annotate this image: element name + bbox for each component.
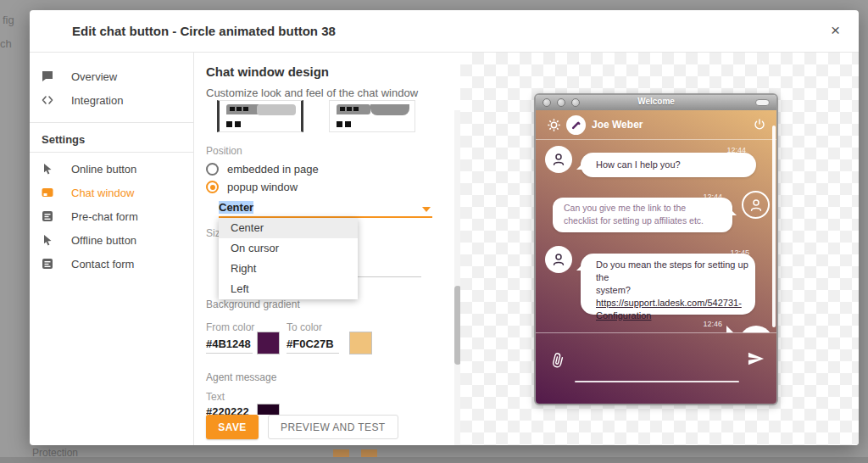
message-link[interactable]: https://support.ladesk.com/542731- <box>581 297 755 310</box>
chat-header: Joe Weber <box>536 110 776 140</box>
text-color-input[interactable]: #220222 <box>206 405 249 415</box>
radio-icon <box>206 163 219 176</box>
background-gradient-label: Background gradient <box>206 298 300 310</box>
sidebar-item-label: Chat window <box>71 187 134 199</box>
message-link[interactable]: Configuration <box>581 310 755 322</box>
sidebar-item-label: Integration <box>71 94 123 107</box>
sidebar-item-online-button[interactable]: Online button <box>30 158 193 180</box>
position-select-value: Center <box>219 201 253 214</box>
sidebar-item-label: Offline button <box>71 234 136 247</box>
cursor-pointer-icon <box>42 163 53 175</box>
visitor-avatar <box>742 191 770 219</box>
bubble-tail <box>729 208 737 215</box>
menu-item-right[interactable]: Right <box>219 259 358 279</box>
chat-window-preview: Welcome Joe Weber 12:44 <box>534 93 778 405</box>
design-thumbnail-2[interactable] <box>329 100 415 132</box>
sidebar-item-contact-form[interactable]: Contact form <box>30 253 193 275</box>
sidebar-item-chat-window[interactable]: Chat window <box>30 181 193 204</box>
design-thumbnail-1[interactable] <box>217 100 303 132</box>
radio-embedded-in-page[interactable]: embedded in page <box>206 163 319 176</box>
panel-divider <box>193 53 194 445</box>
menu-item-left[interactable]: Left <box>219 279 358 299</box>
message-input[interactable] <box>575 381 739 382</box>
sidebar-item-pre-chat-form[interactable]: Pre-chat form <box>30 205 193 227</box>
chat-window-icon <box>42 187 53 198</box>
text-color-swatch[interactable] <box>257 404 280 415</box>
background-page-text: fig <box>3 14 14 26</box>
to-color-swatch[interactable] <box>349 332 372 354</box>
thumb-toolbar <box>370 104 409 115</box>
preview-window-title: Welcome <box>536 97 776 106</box>
thumb-square <box>337 121 342 127</box>
thumb-agent-bubble <box>226 104 260 114</box>
agent-message-bubble: Do you mean the steps for setting up the… <box>581 254 755 315</box>
position-select-menu: Center On cursor Right Left <box>219 218 358 299</box>
attachment-paperclip-icon[interactable] <box>550 352 565 369</box>
chevron-down-icon[interactable] <box>422 207 431 212</box>
menu-item-on-cursor[interactable]: On cursor <box>219 238 358 259</box>
message-text: system? <box>581 284 755 297</box>
position-select[interactable]: Center <box>219 201 253 214</box>
message-text: Do you mean the steps for setting up the <box>581 254 755 284</box>
radio-icon-selected <box>206 181 219 193</box>
preview-titlebar: Welcome <box>536 95 776 110</box>
chat-bubble-icon <box>42 70 53 82</box>
thumb-square <box>226 121 232 127</box>
radio-popup-window[interactable]: popup window <box>206 181 298 193</box>
radio-label: embedded in page <box>227 163 319 176</box>
agent-message-bubble: How can I help you? <box>581 153 756 177</box>
text-color-label: Text <box>206 391 225 403</box>
thumb-toolbar <box>257 104 296 115</box>
preview-and-test-button[interactable]: PREVIEW AND TEST <box>268 415 398 439</box>
sidebar-item-offline-button[interactable]: Offline button <box>30 229 193 251</box>
bubble-tail <box>576 162 584 170</box>
sidebar-item-integration[interactable]: Integration <box>30 89 193 111</box>
chat-window-design-panel: Chat window design Customize look and fe… <box>206 53 433 445</box>
agent-avatar <box>545 246 572 273</box>
gear-icon[interactable] <box>547 118 561 132</box>
power-icon[interactable] <box>753 118 766 131</box>
panel-heading: Chat window design <box>206 64 329 79</box>
bubble-tail <box>576 263 584 271</box>
from-color-swatch[interactable] <box>257 332 280 354</box>
code-icon <box>42 94 53 106</box>
message-text: How can I help you? <box>581 153 756 171</box>
position-label: Position <box>206 145 242 157</box>
message-timestamp: 12:46 <box>703 320 722 328</box>
agent-avatar <box>545 146 572 173</box>
from-color-input[interactable]: #4B1248 <box>206 337 253 354</box>
sidebar-divider <box>30 152 193 153</box>
chat-input-area <box>536 332 776 404</box>
edit-chat-button-dialog: Edit chat button - Circle animated butto… <box>30 10 859 445</box>
sidebar-section-settings: Settings <box>42 133 85 146</box>
background-page-text: ch <box>0 37 12 50</box>
panel-subheading: Customize look and feel of the chat wind… <box>206 86 418 99</box>
sidebar-item-overview[interactable]: Overview <box>30 65 193 87</box>
agent-avatar <box>566 115 586 135</box>
to-color-input[interactable]: #F0C27B <box>287 337 339 354</box>
send-icon[interactable] <box>747 350 765 367</box>
dialog-title: Edit chat button - Circle animated butto… <box>72 24 336 38</box>
agent-avatar-partial <box>739 326 773 332</box>
form-icon <box>42 258 53 270</box>
sidebar-item-label: Overview <box>71 70 117 83</box>
background-bottom-bar <box>0 457 868 463</box>
settings-sidebar: Overview Integration Settings Online but… <box>30 53 193 445</box>
agent-name: Joe Weber <box>592 119 643 131</box>
thumb-agent-bubble <box>337 104 370 114</box>
sidebar-item-label: Pre-chat form <box>71 210 138 223</box>
form-icon <box>42 210 53 222</box>
chat-body: Joe Weber 12:44 How can I help you? 12:4… <box>536 110 776 404</box>
minimize-icon[interactable] <box>755 99 770 106</box>
dialog-header: Edit chat button - Circle animated butto… <box>30 10 859 53</box>
chat-messages: 12:44 How can I help you? 12:44 Can you … <box>536 140 776 332</box>
save-button[interactable]: SAVE <box>206 415 259 439</box>
bubble-tail <box>726 326 734 332</box>
close-icon[interactable]: × <box>831 21 840 40</box>
radio-label: popup window <box>227 181 298 193</box>
chat-scrollbar[interactable] <box>772 126 776 327</box>
menu-item-center[interactable]: Center <box>219 218 358 238</box>
thumb-square <box>235 121 241 127</box>
cursor-pointer-icon <box>42 234 53 246</box>
from-color-label: From color <box>206 321 254 333</box>
